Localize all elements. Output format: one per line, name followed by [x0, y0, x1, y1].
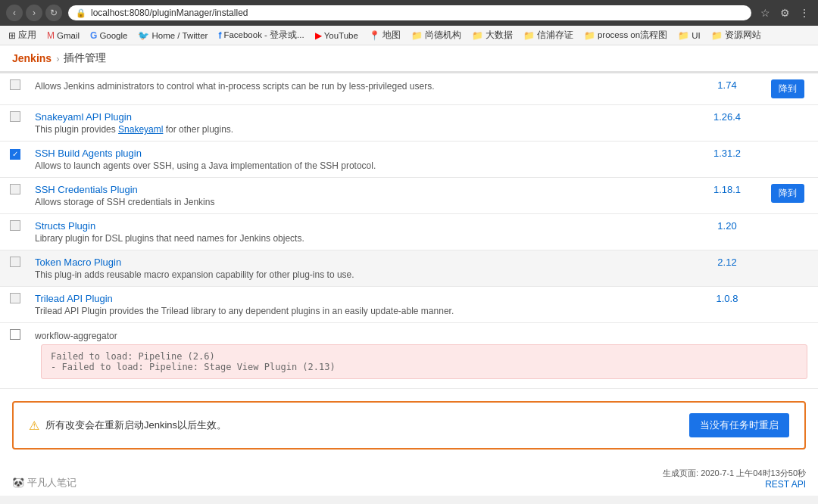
bookmark-apps-label: 应用 [18, 30, 36, 41]
warning-icon: ⚠ [29, 418, 39, 433]
bookmark-ui[interactable]: 📁 UI [674, 29, 704, 42]
restart-button[interactable]: 当没有任务时重启 [689, 413, 789, 437]
error-line-1: Failed to load: Pipeline (2.6) [51, 351, 798, 362]
table-row: Trilead API Plugin Trilead API Plugin pr… [0, 287, 818, 323]
bookmark-icon[interactable]: ☆ [757, 5, 773, 20]
gmail-icon: M [47, 30, 55, 41]
plugin-description: Library plugin for DSL plugins that need… [35, 233, 692, 244]
checkbox-checked[interactable]: ✓ [10, 149, 20, 160]
bookmark-twitter[interactable]: 🐦 Home / Twitter [134, 29, 211, 42]
checkbox-partial[interactable] [10, 184, 20, 194]
back-button[interactable]: ‹ [6, 5, 23, 21]
plugin-name-link[interactable]: Snakeyaml API Plugin [35, 111, 132, 123]
forward-button[interactable]: › [26, 5, 42, 21]
plugin-description: Trilead API Plugin provides the Trilead … [35, 306, 692, 316]
plugin-version: 1.20 [697, 214, 757, 250]
bookmark-shangde-label: 尚德机构 [425, 30, 461, 41]
folder-icon-6: 📁 [711, 30, 723, 41]
generated-time: 生成页面: 2020-7-1 上午04时13分50秒 [663, 468, 806, 479]
rest-api-link[interactable]: REST API [765, 479, 806, 490]
plugin-desc-link[interactable]: Snakeyaml [118, 124, 163, 135]
refresh-button[interactable]: ↻ [45, 5, 62, 21]
plugin-version: 1.26.4 [697, 105, 757, 142]
plugin-info-cell: workflow-aggregator Failed to load: Pipe… [30, 323, 818, 389]
plugin-description: Allows to launch agents over SSH, using … [35, 160, 692, 171]
bookmark-facebook-label: Facebook - 登录或... [223, 30, 304, 41]
plugin-info-cell: Token Macro Plugin This plug-in adds reu… [30, 250, 697, 287]
youtube-icon: ▶ [315, 30, 322, 41]
plugin-description: Allows Jenkins administrators to control… [35, 81, 692, 92]
maps-icon: 📍 [369, 30, 380, 41]
bookmark-process-label: process on流程图 [598, 30, 667, 41]
plugin-name-link[interactable]: SSH Build Agents plugin [35, 148, 142, 159]
checkbox-cell[interactable] [0, 105, 30, 142]
checkbox-partial[interactable] [10, 79, 20, 90]
folder-icon-3: 📁 [523, 30, 535, 41]
bookmark-process[interactable]: 📁 process on流程图 [580, 28, 671, 42]
checkbox-cell[interactable] [0, 323, 30, 389]
checkbox-partial[interactable] [10, 293, 20, 303]
browser-chrome: ‹ › ↻ 🔒 localhost:8080/pluginManager/ins… [0, 0, 818, 26]
checkbox-cell[interactable] [0, 214, 30, 250]
watermark: 🐼 平凡人笔记 [12, 476, 76, 490]
bookmark-gmail[interactable]: M Gmail [43, 29, 83, 42]
plugin-description: This plugin provides Snakeyaml for other… [35, 124, 692, 135]
footer-right: 生成页面: 2020-7-1 上午04时13分50秒 REST API [663, 468, 806, 490]
bookmark-youtube[interactable]: ▶ YouTube [311, 29, 362, 42]
generated-label: 生成页面: [663, 468, 698, 478]
bookmark-apps[interactable]: ⊞ 应用 [5, 28, 40, 42]
page-title: 插件管理 [64, 51, 106, 65]
plugin-info-cell: Allows Jenkins administrators to control… [30, 73, 697, 105]
bookmark-shangde[interactable]: 📁 尚德机构 [407, 28, 465, 42]
checkbox-partial[interactable] [10, 220, 20, 231]
table-row: Token Macro Plugin This plug-in adds reu… [0, 250, 818, 287]
bookmark-bigdata[interactable]: 📁 大数据 [468, 28, 517, 42]
plugin-name-link[interactable]: Structs Plugin [35, 220, 95, 232]
downgrade-button[interactable]: 降到 [771, 184, 804, 203]
bookmark-google-label: Google [99, 31, 127, 40]
menu-icon[interactable]: ⋮ [797, 5, 812, 20]
twitter-icon: 🐦 [138, 30, 149, 41]
checkbox-cell[interactable] [0, 73, 30, 105]
google-icon: G [90, 30, 97, 41]
folder-icon-1: 📁 [411, 30, 423, 41]
downgrade-button[interactable]: 降到 [771, 79, 804, 98]
notification-text: ⚠ 所有改变会在重新启动Jenkins以后生效。 [29, 418, 226, 433]
plugin-action-cell [757, 287, 818, 323]
checkbox-cell[interactable] [0, 287, 30, 323]
checkbox-partial[interactable] [10, 111, 20, 122]
checkbox-cell[interactable] [0, 178, 30, 214]
bookmark-resources[interactable]: 📁 资源网站 [707, 28, 765, 42]
table-row: workflow-aggregator Failed to load: Pipe… [0, 323, 818, 389]
plugin-name-link[interactable]: Trilead API Plugin [35, 293, 113, 304]
generated-time-value: 2020-7-1 上午04时13分50秒 [701, 468, 806, 478]
bookmark-maps[interactable]: 📍 地图 [365, 28, 404, 42]
bookmarks-bar: ⊞ 应用 M Gmail G Google 🐦 Home / Twitter f… [0, 26, 818, 45]
plugin-info-cell: Snakeyaml API Plugin This plugin provide… [30, 105, 697, 142]
checkbox-cell[interactable] [0, 250, 30, 287]
jenkins-logo[interactable]: Jenkins [12, 52, 52, 64]
checkbox-cell[interactable]: ✓ [0, 142, 30, 178]
bookmark-xincun[interactable]: 📁 信浦存证 [520, 28, 577, 42]
browser-actions: ☆ ⚙ ⋮ [757, 5, 812, 20]
facebook-icon: f [218, 30, 221, 41]
notification-bar: ⚠ 所有改变会在重新启动Jenkins以后生效。 当没有任务时重启 [12, 401, 806, 450]
address-bar[interactable]: 🔒 localhost:8080/pluginManager/installed [68, 5, 751, 20]
bookmark-google[interactable]: G Google [86, 29, 131, 42]
extensions-icon[interactable]: ⚙ [777, 5, 792, 20]
plugin-name-link[interactable]: SSH Credentials Plugin [35, 184, 138, 195]
plugin-info-cell: Structs Plugin Library plugin for DSL pl… [30, 214, 697, 250]
checkbox-unchecked[interactable] [10, 329, 20, 340]
folder-icon-5: 📁 [678, 30, 689, 41]
workflow-label: workflow-aggregator [35, 331, 813, 341]
plugin-version: 1.0.8 [697, 287, 757, 323]
main-content: Allows Jenkins administrators to control… [0, 72, 818, 496]
plugin-action-cell [757, 250, 818, 287]
plugin-name-link[interactable]: Token Macro Plugin [35, 257, 121, 268]
bookmark-facebook[interactable]: f Facebook - 登录或... [214, 28, 308, 42]
checkbox-partial[interactable] [10, 257, 20, 267]
folder-icon-4: 📁 [584, 30, 595, 41]
table-row: Structs Plugin Library plugin for DSL pl… [0, 214, 818, 250]
table-row: Allows Jenkins administrators to control… [0, 73, 818, 105]
plugin-description: This plug-in adds reusable macro expansi… [35, 269, 692, 280]
